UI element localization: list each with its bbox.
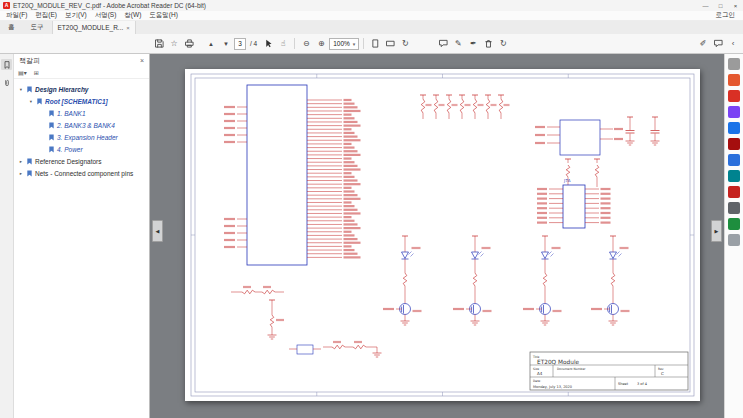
titleblock-size-value: A4: [537, 371, 543, 376]
bookmark-label: Design Hierarchy: [35, 86, 88, 93]
redact-icon[interactable]: [728, 186, 740, 198]
page-count-label: / 4: [250, 40, 257, 47]
highlighter-icon[interactable]: ✒: [466, 37, 480, 51]
print-icon[interactable]: [182, 37, 196, 51]
menu-view[interactable]: 보기(V): [61, 11, 91, 20]
bookmarks-panel-title: 책갈피: [19, 56, 40, 66]
bookmark-icon: [36, 98, 43, 105]
titleblock-date-label: Date:: [533, 379, 541, 383]
fill-sign-pencil-icon[interactable]: ✎: [451, 37, 465, 51]
fit-page-icon[interactable]: [368, 37, 382, 51]
paperclip-icon: [3, 79, 11, 87]
tab-document[interactable]: ET20Q_MODULE_R... ×: [52, 21, 136, 34]
bookmark-label: Nets - Connected component pins: [35, 170, 133, 177]
menu-help[interactable]: 도움말(H): [145, 11, 182, 20]
zoom-out-icon[interactable]: ⊖: [299, 37, 313, 51]
close-panel-icon[interactable]: ×: [140, 57, 144, 64]
bookmark-icon: [26, 158, 33, 165]
export-pdf-icon[interactable]: [728, 74, 740, 86]
bookmark-item-nets[interactable]: ▸ Nets - Connected component pins: [14, 167, 149, 179]
connector-ref-label: J7A: [563, 178, 571, 183]
page-number-input[interactable]: 3: [234, 38, 246, 50]
previous-page-button[interactable]: ◀: [152, 220, 163, 242]
bookmark-label: 3. Expansion Header: [57, 134, 118, 141]
chevron-right-icon[interactable]: ▸: [18, 159, 24, 164]
next-page-button[interactable]: ▶: [711, 220, 722, 242]
select-tool-icon[interactable]: [261, 37, 275, 51]
bookmark-item-bank3-bank4[interactable]: 2. BANK3 & BANK4: [14, 119, 149, 131]
expand-bookmarks-icon[interactable]: ⊞: [34, 69, 39, 76]
menubar: 파일(F) 편집(E) 보기(V) 서명(S) 창(W) 도움말(H) 로그인: [0, 11, 743, 21]
organize-pages-icon[interactable]: [728, 154, 740, 166]
bookmark-item-bank1[interactable]: 1. BANK1: [14, 107, 149, 119]
bookmark-options-icon[interactable]: ▤▾: [18, 69, 27, 76]
tab-tools[interactable]: 도구: [23, 21, 52, 34]
toolbar-divider: [294, 38, 295, 49]
bookmark-icon: [48, 134, 55, 141]
fit-width-icon[interactable]: [383, 37, 397, 51]
bookmark-icon: [3, 61, 11, 69]
bookmark-icon: [48, 110, 55, 117]
titleblock-doc-label: Document Number: [557, 367, 586, 371]
menu-edit[interactable]: 편집(E): [31, 11, 61, 20]
comment-panel-icon[interactable]: [711, 37, 725, 51]
close-button[interactable]: ×: [728, 0, 743, 11]
acrobat-window: A ET20Q_MODULE_REV_C.pdf - Adobe Acrobat…: [0, 0, 743, 418]
pen-icon[interactable]: ✐: [696, 37, 710, 51]
titleblock-sheet-label: Sheet: [618, 382, 629, 386]
save-icon[interactable]: [152, 37, 166, 51]
bookmark-icon: [48, 122, 55, 129]
pdf-page: T20Q144 BANK1 J7A Title ET20Q Module Siz…: [185, 69, 700, 401]
minimize-button[interactable]: —: [698, 0, 713, 11]
bookmark-item-power[interactable]: 4. Power: [14, 143, 149, 155]
bookmark-icon: [26, 86, 33, 93]
attachments-pane-button[interactable]: [1, 77, 12, 88]
bookmark-item-expansion-header[interactable]: 3. Expansion Header: [14, 131, 149, 143]
fill-sign-icon[interactable]: [728, 218, 740, 230]
login-button[interactable]: 로그인: [716, 11, 736, 20]
edit-pdf-icon[interactable]: [728, 106, 740, 118]
menu-window[interactable]: 창(W): [120, 11, 145, 20]
create-pdf-icon[interactable]: [728, 90, 740, 102]
bookmarks-pane-button[interactable]: [1, 59, 12, 70]
bookmark-label: 1. BANK1: [57, 110, 86, 117]
close-document-icon[interactable]: ×: [126, 25, 130, 31]
maximize-button[interactable]: □: [713, 0, 728, 11]
zoom-in-icon[interactable]: ⊕: [314, 37, 328, 51]
comment-icon[interactable]: [728, 122, 740, 134]
content-area: 책갈피 × ▤▾ ⊞ ▾ Design Hierarchy ▾ Root [SC…: [0, 54, 743, 418]
bookmark-item-reference-designators[interactable]: ▸ Reference Designators: [14, 155, 149, 167]
acrobat-logo-icon: A: [3, 2, 10, 9]
trash-icon[interactable]: [481, 37, 495, 51]
bookmark-label: Root [SCHEMATIC1]: [45, 98, 108, 105]
collapse-pane-icon[interactable]: ‹: [726, 37, 740, 51]
titleblock-size-label: Size: [533, 367, 539, 371]
next-page-icon[interactable]: ▼: [219, 37, 233, 51]
previous-page-icon[interactable]: ▲: [204, 37, 218, 51]
rotate-view-icon[interactable]: ↻: [398, 37, 412, 51]
tab-home[interactable]: 홈: [0, 21, 23, 34]
combine-files-icon[interactable]: [728, 138, 740, 150]
protect-icon[interactable]: [728, 202, 740, 214]
more-tools-icon[interactable]: [728, 234, 740, 246]
document-canvas[interactable]: T20Q144 BANK1 J7A Title ET20Q Module Siz…: [150, 54, 724, 418]
expand-pane-icon[interactable]: [728, 58, 740, 70]
navigation-pane-strip: [0, 54, 14, 418]
bookmark-label: 2. BANK3 & BANK4: [57, 122, 115, 129]
chevron-down-icon[interactable]: ▾: [18, 87, 24, 92]
comment-bubble-icon[interactable]: [436, 37, 450, 51]
chevron-right-icon[interactable]: ▸: [18, 171, 24, 176]
compress-pdf-icon[interactable]: [728, 170, 740, 182]
zoom-level-select[interactable]: 100% ▾: [329, 38, 359, 50]
window-title: ET20Q_MODULE_REV_C.pdf - Adobe Acrobat R…: [13, 2, 206, 9]
star-icon[interactable]: ☆: [167, 37, 181, 51]
bookmark-item-design-hierarchy[interactable]: ▾ Design Hierarchy: [14, 83, 149, 95]
menu-sign[interactable]: 서명(S): [91, 11, 121, 20]
refresh-icon[interactable]: ↻: [496, 37, 510, 51]
hand-tool-icon[interactable]: ☝: [276, 37, 290, 51]
menu-file[interactable]: 파일(F): [2, 11, 31, 20]
bookmark-item-root-schematic1[interactable]: ▾ Root [SCHEMATIC1]: [14, 95, 149, 107]
titleblock-rev-label: Rev: [658, 367, 664, 371]
tabbar: 홈 도구 ET20Q_MODULE_R... ×: [0, 21, 743, 34]
chevron-down-icon[interactable]: ▾: [28, 99, 34, 104]
